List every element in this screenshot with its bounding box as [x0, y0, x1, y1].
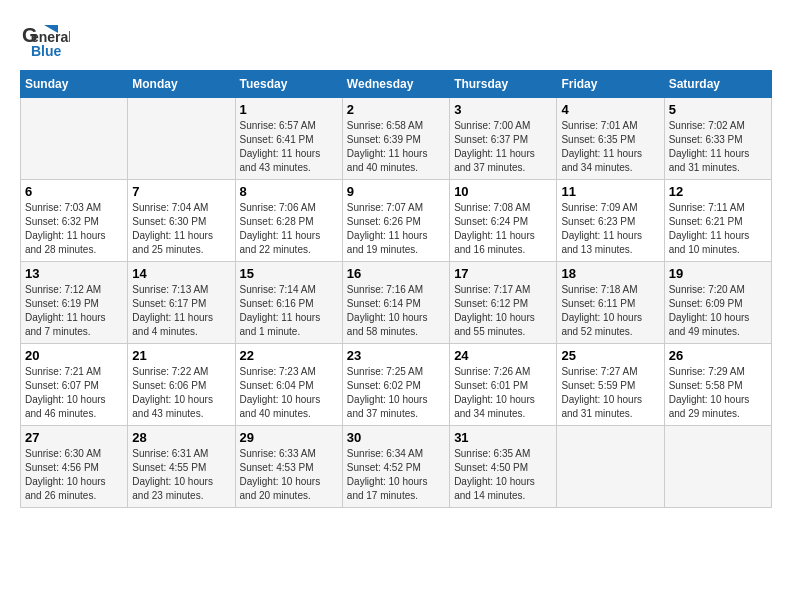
day-info: Sunrise: 7:01 AM Sunset: 6:35 PM Dayligh…: [561, 119, 659, 175]
day-number: 15: [240, 266, 338, 281]
calendar-cell: 1Sunrise: 6:57 AM Sunset: 6:41 PM Daylig…: [235, 98, 342, 180]
day-info: Sunrise: 6:33 AM Sunset: 4:53 PM Dayligh…: [240, 447, 338, 503]
calendar-week-3: 13Sunrise: 7:12 AM Sunset: 6:19 PM Dayli…: [21, 262, 772, 344]
day-info: Sunrise: 7:11 AM Sunset: 6:21 PM Dayligh…: [669, 201, 767, 257]
calendar-cell: 9Sunrise: 7:07 AM Sunset: 6:26 PM Daylig…: [342, 180, 449, 262]
day-info: Sunrise: 7:12 AM Sunset: 6:19 PM Dayligh…: [25, 283, 123, 339]
calendar-cell: 28Sunrise: 6:31 AM Sunset: 4:55 PM Dayli…: [128, 426, 235, 508]
day-info: Sunrise: 7:04 AM Sunset: 6:30 PM Dayligh…: [132, 201, 230, 257]
day-number: 25: [561, 348, 659, 363]
page-header: G eneral Blue: [20, 20, 772, 60]
calendar-body: 1Sunrise: 6:57 AM Sunset: 6:41 PM Daylig…: [21, 98, 772, 508]
logo-svg: G eneral Blue: [20, 20, 70, 60]
calendar-cell: [557, 426, 664, 508]
day-number: 24: [454, 348, 552, 363]
day-info: Sunrise: 6:58 AM Sunset: 6:39 PM Dayligh…: [347, 119, 445, 175]
day-info: Sunrise: 7:06 AM Sunset: 6:28 PM Dayligh…: [240, 201, 338, 257]
day-number: 30: [347, 430, 445, 445]
calendar-cell: 15Sunrise: 7:14 AM Sunset: 6:16 PM Dayli…: [235, 262, 342, 344]
calendar-cell: [21, 98, 128, 180]
day-info: Sunrise: 7:26 AM Sunset: 6:01 PM Dayligh…: [454, 365, 552, 421]
calendar-cell: 2Sunrise: 6:58 AM Sunset: 6:39 PM Daylig…: [342, 98, 449, 180]
calendar-cell: 3Sunrise: 7:00 AM Sunset: 6:37 PM Daylig…: [450, 98, 557, 180]
calendar-cell: 17Sunrise: 7:17 AM Sunset: 6:12 PM Dayli…: [450, 262, 557, 344]
day-number: 22: [240, 348, 338, 363]
day-number: 9: [347, 184, 445, 199]
day-info: Sunrise: 7:27 AM Sunset: 5:59 PM Dayligh…: [561, 365, 659, 421]
day-number: 19: [669, 266, 767, 281]
day-info: Sunrise: 7:02 AM Sunset: 6:33 PM Dayligh…: [669, 119, 767, 175]
day-number: 18: [561, 266, 659, 281]
weekday-header-wednesday: Wednesday: [342, 71, 449, 98]
day-number: 3: [454, 102, 552, 117]
day-info: Sunrise: 7:25 AM Sunset: 6:02 PM Dayligh…: [347, 365, 445, 421]
day-number: 27: [25, 430, 123, 445]
day-number: 5: [669, 102, 767, 117]
day-info: Sunrise: 7:09 AM Sunset: 6:23 PM Dayligh…: [561, 201, 659, 257]
calendar-cell: 20Sunrise: 7:21 AM Sunset: 6:07 PM Dayli…: [21, 344, 128, 426]
day-number: 28: [132, 430, 230, 445]
calendar-week-2: 6Sunrise: 7:03 AM Sunset: 6:32 PM Daylig…: [21, 180, 772, 262]
calendar-week-5: 27Sunrise: 6:30 AM Sunset: 4:56 PM Dayli…: [21, 426, 772, 508]
calendar-cell: 31Sunrise: 6:35 AM Sunset: 4:50 PM Dayli…: [450, 426, 557, 508]
calendar-table: SundayMondayTuesdayWednesdayThursdayFrid…: [20, 70, 772, 508]
day-info: Sunrise: 7:29 AM Sunset: 5:58 PM Dayligh…: [669, 365, 767, 421]
weekday-header-thursday: Thursday: [450, 71, 557, 98]
day-info: Sunrise: 6:31 AM Sunset: 4:55 PM Dayligh…: [132, 447, 230, 503]
day-number: 20: [25, 348, 123, 363]
day-number: 14: [132, 266, 230, 281]
calendar-week-1: 1Sunrise: 6:57 AM Sunset: 6:41 PM Daylig…: [21, 98, 772, 180]
calendar-week-4: 20Sunrise: 7:21 AM Sunset: 6:07 PM Dayli…: [21, 344, 772, 426]
calendar-cell: 22Sunrise: 7:23 AM Sunset: 6:04 PM Dayli…: [235, 344, 342, 426]
day-info: Sunrise: 6:57 AM Sunset: 6:41 PM Dayligh…: [240, 119, 338, 175]
day-number: 17: [454, 266, 552, 281]
calendar-cell: 13Sunrise: 7:12 AM Sunset: 6:19 PM Dayli…: [21, 262, 128, 344]
day-info: Sunrise: 7:21 AM Sunset: 6:07 PM Dayligh…: [25, 365, 123, 421]
day-number: 23: [347, 348, 445, 363]
day-number: 11: [561, 184, 659, 199]
calendar-cell: 5Sunrise: 7:02 AM Sunset: 6:33 PM Daylig…: [664, 98, 771, 180]
calendar-cell: [128, 98, 235, 180]
calendar-cell: 6Sunrise: 7:03 AM Sunset: 6:32 PM Daylig…: [21, 180, 128, 262]
weekday-header-friday: Friday: [557, 71, 664, 98]
calendar-cell: 18Sunrise: 7:18 AM Sunset: 6:11 PM Dayli…: [557, 262, 664, 344]
day-info: Sunrise: 7:14 AM Sunset: 6:16 PM Dayligh…: [240, 283, 338, 339]
svg-text:Blue: Blue: [31, 43, 62, 59]
day-info: Sunrise: 6:34 AM Sunset: 4:52 PM Dayligh…: [347, 447, 445, 503]
day-info: Sunrise: 7:23 AM Sunset: 6:04 PM Dayligh…: [240, 365, 338, 421]
calendar-cell: 25Sunrise: 7:27 AM Sunset: 5:59 PM Dayli…: [557, 344, 664, 426]
day-info: Sunrise: 7:22 AM Sunset: 6:06 PM Dayligh…: [132, 365, 230, 421]
calendar-cell: 7Sunrise: 7:04 AM Sunset: 6:30 PM Daylig…: [128, 180, 235, 262]
calendar-cell: 4Sunrise: 7:01 AM Sunset: 6:35 PM Daylig…: [557, 98, 664, 180]
day-number: 26: [669, 348, 767, 363]
day-info: Sunrise: 7:20 AM Sunset: 6:09 PM Dayligh…: [669, 283, 767, 339]
calendar-cell: 8Sunrise: 7:06 AM Sunset: 6:28 PM Daylig…: [235, 180, 342, 262]
day-info: Sunrise: 7:08 AM Sunset: 6:24 PM Dayligh…: [454, 201, 552, 257]
calendar-cell: 24Sunrise: 7:26 AM Sunset: 6:01 PM Dayli…: [450, 344, 557, 426]
calendar-cell: 14Sunrise: 7:13 AM Sunset: 6:17 PM Dayli…: [128, 262, 235, 344]
day-number: 2: [347, 102, 445, 117]
day-number: 31: [454, 430, 552, 445]
day-info: Sunrise: 7:07 AM Sunset: 6:26 PM Dayligh…: [347, 201, 445, 257]
calendar-cell: 16Sunrise: 7:16 AM Sunset: 6:14 PM Dayli…: [342, 262, 449, 344]
calendar-cell: 23Sunrise: 7:25 AM Sunset: 6:02 PM Dayli…: [342, 344, 449, 426]
day-number: 13: [25, 266, 123, 281]
day-number: 1: [240, 102, 338, 117]
day-number: 29: [240, 430, 338, 445]
day-number: 8: [240, 184, 338, 199]
day-info: Sunrise: 7:00 AM Sunset: 6:37 PM Dayligh…: [454, 119, 552, 175]
calendar-cell: 26Sunrise: 7:29 AM Sunset: 5:58 PM Dayli…: [664, 344, 771, 426]
calendar-cell: 29Sunrise: 6:33 AM Sunset: 4:53 PM Dayli…: [235, 426, 342, 508]
day-number: 6: [25, 184, 123, 199]
calendar-cell: [664, 426, 771, 508]
day-number: 12: [669, 184, 767, 199]
day-number: 4: [561, 102, 659, 117]
calendar-cell: 12Sunrise: 7:11 AM Sunset: 6:21 PM Dayli…: [664, 180, 771, 262]
day-info: Sunrise: 7:17 AM Sunset: 6:12 PM Dayligh…: [454, 283, 552, 339]
calendar-cell: 27Sunrise: 6:30 AM Sunset: 4:56 PM Dayli…: [21, 426, 128, 508]
weekday-header-saturday: Saturday: [664, 71, 771, 98]
day-number: 16: [347, 266, 445, 281]
day-info: Sunrise: 7:03 AM Sunset: 6:32 PM Dayligh…: [25, 201, 123, 257]
day-number: 21: [132, 348, 230, 363]
calendar-cell: 30Sunrise: 6:34 AM Sunset: 4:52 PM Dayli…: [342, 426, 449, 508]
